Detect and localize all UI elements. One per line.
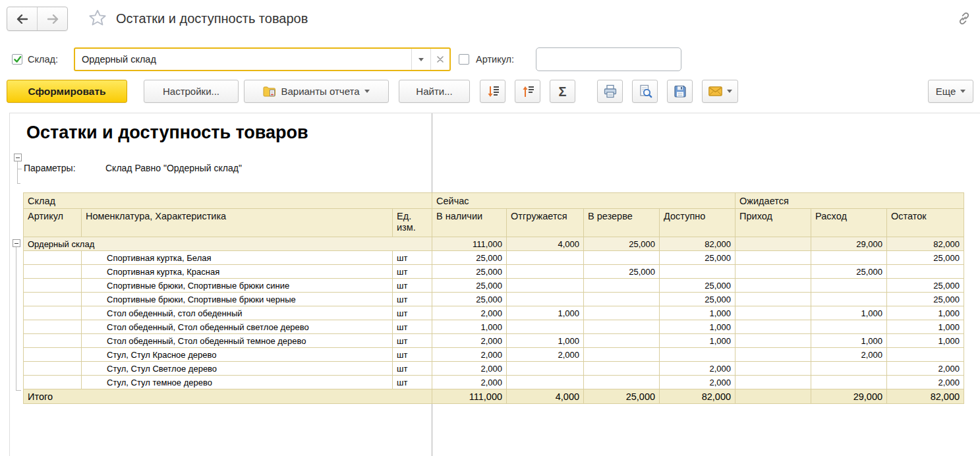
copy-link-button[interactable]: [955, 9, 973, 28]
nomenclature-cell[interactable]: Спортивные брюки, Спортивные брюки черны…: [82, 293, 393, 306]
value-cell[interactable]: 25,000: [584, 265, 660, 279]
value-cell[interactable]: 82,000: [887, 389, 964, 404]
nomenclature-cell[interactable]: Стул, Стул Светлое дерево: [82, 362, 393, 376]
artikul-cell[interactable]: [24, 293, 82, 306]
value-cell[interactable]: [735, 334, 811, 348]
value-cell[interactable]: [584, 362, 660, 376]
value-cell[interactable]: [735, 237, 811, 251]
value-cell[interactable]: [660, 348, 735, 362]
value-cell[interactable]: 2,000: [432, 334, 507, 348]
print-preview-button[interactable]: [632, 80, 658, 103]
value-cell[interactable]: [735, 362, 811, 376]
value-cell[interactable]: 25,000: [887, 279, 964, 293]
settings-button[interactable]: Настройки...: [144, 80, 239, 103]
value-cell[interactable]: 1,000: [887, 306, 964, 320]
value-cell[interactable]: 2,000: [432, 306, 507, 320]
value-cell[interactable]: [735, 265, 811, 279]
artikul-checkbox[interactable]: [459, 54, 469, 65]
find-button[interactable]: Найти...: [399, 80, 470, 103]
value-cell[interactable]: 2,000: [432, 362, 507, 376]
value-cell[interactable]: 2,000: [887, 376, 964, 389]
nomenclature-cell[interactable]: Стол обеденный, Стол обеденный светлое д…: [82, 320, 393, 334]
value-cell[interactable]: [507, 279, 584, 293]
value-cell[interactable]: [735, 279, 811, 293]
value-cell[interactable]: 111,000: [432, 237, 507, 251]
unit-cell[interactable]: шт: [393, 376, 432, 389]
nomenclature-cell[interactable]: Спортивная куртка, Белая: [82, 251, 393, 265]
value-cell[interactable]: [507, 251, 584, 265]
unit-cell[interactable]: шт: [393, 251, 432, 265]
value-cell[interactable]: 1,000: [432, 320, 507, 334]
artikul-cell[interactable]: [24, 320, 82, 334]
unit-cell[interactable]: шт: [393, 334, 432, 348]
sklad-input[interactable]: [75, 49, 411, 70]
value-cell[interactable]: 25,000: [660, 293, 735, 306]
value-cell[interactable]: 1,000: [887, 320, 964, 334]
forward-button[interactable]: [37, 7, 67, 30]
value-cell[interactable]: [507, 320, 584, 334]
value-cell[interactable]: [735, 348, 811, 362]
value-cell[interactable]: [735, 293, 811, 306]
save-button[interactable]: [667, 80, 693, 103]
value-cell[interactable]: 25,000: [432, 293, 507, 306]
value-cell[interactable]: 2,000: [432, 376, 507, 389]
value-cell[interactable]: 25,000: [584, 389, 660, 404]
value-cell[interactable]: [735, 320, 811, 334]
unit-cell[interactable]: шт: [393, 279, 432, 293]
value-cell[interactable]: [584, 251, 660, 265]
artikul-cell[interactable]: [24, 334, 82, 348]
value-cell[interactable]: [507, 293, 584, 306]
value-cell[interactable]: 111,000: [432, 389, 507, 404]
value-cell[interactable]: [735, 251, 811, 265]
value-cell[interactable]: 1,000: [660, 334, 735, 348]
favorites-star-button[interactable]: [88, 8, 107, 28]
value-cell[interactable]: [735, 306, 811, 320]
artikul-cell[interactable]: [24, 348, 82, 362]
report-variants-button[interactable]: Варианты отчета: [244, 80, 389, 103]
unit-cell[interactable]: шт: [393, 348, 432, 362]
value-cell[interactable]: 2,000: [432, 348, 507, 362]
unit-cell[interactable]: шт: [393, 293, 432, 306]
value-cell[interactable]: 25,000: [432, 265, 507, 279]
value-cell[interactable]: 1,000: [507, 334, 584, 348]
value-cell[interactable]: [507, 362, 584, 376]
value-cell[interactable]: [735, 376, 811, 389]
artikul-cell[interactable]: [24, 251, 82, 265]
value-cell[interactable]: 25,000: [660, 279, 735, 293]
value-cell[interactable]: [584, 279, 660, 293]
value-cell[interactable]: 25,000: [432, 251, 507, 265]
nomenclature-cell[interactable]: Стол обеденный, стол обеденный: [82, 306, 393, 320]
value-cell[interactable]: [660, 265, 735, 279]
value-cell[interactable]: [584, 348, 660, 362]
totals-button[interactable]: Σ: [550, 80, 575, 103]
value-cell[interactable]: 29,000: [811, 389, 887, 404]
nomenclature-cell[interactable]: Стул, Стул Красное дерево: [82, 348, 393, 362]
nomenclature-cell[interactable]: Стул, Стул темное дерево: [82, 376, 393, 389]
value-cell[interactable]: 25,000: [811, 265, 887, 279]
value-cell[interactable]: [811, 362, 887, 376]
value-cell[interactable]: [584, 293, 660, 306]
nomenclature-cell[interactable]: Стол обеденный, Стол обеденный темное де…: [82, 334, 393, 348]
nomenclature-cell[interactable]: Спортивные брюки, Спортивные брюки синие: [82, 279, 393, 293]
artikul-cell[interactable]: [24, 306, 82, 320]
value-cell[interactable]: [811, 279, 887, 293]
value-cell[interactable]: 2,000: [660, 362, 735, 376]
total-label-cell[interactable]: Итого: [24, 389, 432, 404]
value-cell[interactable]: [584, 320, 660, 334]
value-cell[interactable]: 2,000: [887, 362, 964, 376]
value-cell[interactable]: 2,000: [811, 348, 887, 362]
value-cell[interactable]: 25,000: [887, 293, 964, 306]
artikul-input[interactable]: [536, 48, 681, 71]
expand-groups-button[interactable]: [480, 80, 505, 103]
value-cell[interactable]: [811, 293, 887, 306]
sklad-dropdown-button[interactable]: [411, 49, 430, 70]
value-cell[interactable]: 25,000: [584, 237, 660, 251]
group-label-cell[interactable]: Ордерный склад: [24, 237, 432, 251]
mail-button[interactable]: [702, 80, 738, 103]
artikul-cell[interactable]: [24, 376, 82, 389]
value-cell[interactable]: 1,000: [507, 306, 584, 320]
unit-cell[interactable]: шт: [393, 320, 432, 334]
value-cell[interactable]: 1,000: [811, 306, 887, 320]
artikul-cell[interactable]: [24, 362, 82, 376]
value-cell[interactable]: [584, 334, 660, 348]
